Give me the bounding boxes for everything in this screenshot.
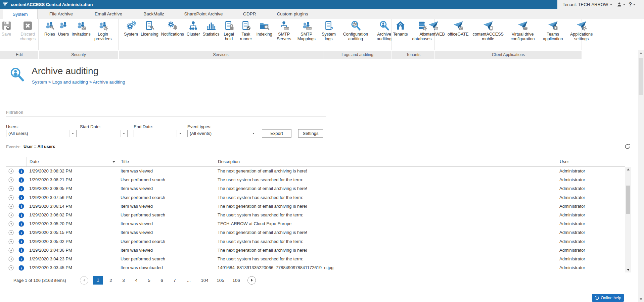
column-header-description[interactable]: Description <box>215 157 557 166</box>
column-header-date[interactable]: Date <box>27 157 118 166</box>
page-104[interactable]: 104 <box>197 278 213 283</box>
ribbon-item-roles[interactable]: Roles <box>43 20 56 37</box>
tab-custom-plugins[interactable]: Custom plugins <box>267 9 318 19</box>
info-icon[interactable]: i <box>16 237 27 246</box>
ribbon-item-notifications[interactable]: Notifications <box>160 20 185 37</box>
expand-row-icon[interactable] <box>6 211 16 219</box>
tab-gdpr[interactable]: GDPR <box>232 9 267 19</box>
settings-button[interactable]: Settings <box>298 129 323 138</box>
ribbon-item-virtual-drive-configuration[interactable]: Virtual drive configuration <box>507 20 539 41</box>
info-icon[interactable]: i <box>16 263 27 272</box>
page-4[interactable]: 4 <box>130 278 143 283</box>
events-divider <box>6 152 631 152</box>
previous-page-button[interactable] <box>80 276 88 285</box>
info-icon[interactable]: i <box>16 202 27 211</box>
page-scrollbar-thumb[interactable] <box>639 58 643 95</box>
page-scrollbar[interactable] <box>638 50 644 302</box>
page-1[interactable]: 1 <box>93 276 103 285</box>
end-date-dropdown[interactable] <box>134 130 184 137</box>
scroll-down-icon[interactable] <box>640 298 642 300</box>
info-icon[interactable]: i <box>16 211 27 219</box>
tab-email-archive[interactable]: Email Archive <box>85 9 132 19</box>
expand-row-icon[interactable] <box>6 175 16 184</box>
ribbon-item-discard-changes[interactable]: Discard changes <box>17 20 39 41</box>
help-menu[interactable]: ? <box>629 2 635 8</box>
expand-row-icon[interactable] <box>6 219 16 228</box>
expand-row-icon[interactable] <box>6 263 16 272</box>
ribbon-item-save[interactable]: Save <box>0 20 13 37</box>
table-row: i1/29/2020 3:03:45 PMItem was downloaded… <box>6 263 625 272</box>
info-icon[interactable]: i <box>16 193 27 202</box>
ribbon-item-label: Users <box>58 32 69 37</box>
ribbon-item-officegate[interactable]: officeGATE <box>447 20 470 37</box>
ribbon-item-login-providers[interactable]: Login providers <box>92 20 114 41</box>
info-icon[interactable]: i <box>16 228 27 237</box>
page-106[interactable]: 106 <box>228 278 244 283</box>
page-3[interactable]: 3 <box>117 278 130 283</box>
info-icon[interactable]: i <box>16 175 27 184</box>
page-2[interactable]: 2 <box>104 278 117 283</box>
ribbon-item-cluster[interactable]: Cluster <box>186 20 201 37</box>
ribbon-item-legal-hold[interactable]: Legal hold <box>221 20 236 41</box>
ribbon-item-statistics[interactable]: Statistics <box>201 20 220 37</box>
info-icon[interactable]: i <box>16 167 27 175</box>
page-7[interactable]: 7 <box>168 278 181 283</box>
tab-sharepoint-archive[interactable]: SharePoint Archive <box>175 9 232 19</box>
next-page-button[interactable] <box>247 276 256 285</box>
tab-file-archive[interactable]: File Archive <box>38 9 85 19</box>
ribbon-item-contentweb[interactable]: contentWEB <box>420 20 446 37</box>
expand-row-icon[interactable] <box>6 167 16 175</box>
tenant-selector[interactable]: Tenant: TECH-ARROW <box>563 2 612 7</box>
users-dropdown[interactable]: (All users) <box>6 130 77 137</box>
ribbon-item-licensing[interactable]: Licensing <box>140 20 159 37</box>
start-date-dropdown[interactable] <box>80 130 128 137</box>
tab-system[interactable]: System <box>3 9 38 19</box>
user-account-menu[interactable] <box>617 2 625 7</box>
info-icon[interactable]: i <box>16 246 27 255</box>
expand-row-icon[interactable] <box>6 193 16 202</box>
info-icon[interactable]: i <box>16 219 27 228</box>
ribbon-item-smtp-mappings[interactable]: SMTPSMTP Mappings <box>295 20 318 41</box>
expand-row-icon[interactable] <box>6 202 16 211</box>
ribbon-item-label: Login providers <box>93 32 113 41</box>
column-header-title[interactable]: Title <box>118 157 215 166</box>
scroll-up-icon[interactable] <box>640 52 642 54</box>
ribbon-item-invitations[interactable]: Invitations <box>71 20 91 37</box>
tab-backmailz[interactable]: BackMailz <box>132 9 175 19</box>
ribbon-item-configuration-auditing[interactable]: Configuration auditing <box>338 20 373 41</box>
page-5[interactable]: 5 <box>143 278 155 283</box>
info-icon[interactable]: i <box>16 255 27 263</box>
expand-row-icon[interactable] <box>6 237 16 246</box>
cell-date: 1/29/2020 3:06:02 PM <box>27 211 118 219</box>
ribbon-item-applications-settings[interactable]: Applications settings <box>567 20 596 41</box>
online-help-button[interactable]: Online help <box>592 294 624 302</box>
ribbon-item-users[interactable]: Users <box>57 20 70 37</box>
event-types-dropdown[interactable]: (All events) <box>187 130 257 137</box>
table-row: i1/29/2020 3:06:02 PMUser performed sear… <box>6 211 625 219</box>
table-scrollbar-thumb[interactable] <box>626 186 630 214</box>
ribbon-item-system-logs[interactable]: ?System logs <box>320 20 338 41</box>
expand-row-icon[interactable] <box>6 184 16 193</box>
ribbon-item-indexing[interactable]: Indexing <box>255 20 273 37</box>
expand-row-icon[interactable] <box>6 228 16 237</box>
ribbon-item-system[interactable]: System <box>123 20 139 37</box>
column-header-user[interactable]: User <box>557 157 625 166</box>
export-button[interactable]: Export <box>262 129 291 138</box>
cell-description: TECH-ARROW at Cloud Expo Europe <box>215 219 557 228</box>
ribbon-item-tenants[interactable]: Tenants <box>392 20 409 37</box>
page-6[interactable]: 6 <box>155 278 168 283</box>
ribbon-item-task-runner[interactable]: Task runner <box>237 20 255 41</box>
refresh-icon[interactable] <box>625 144 631 150</box>
scroll-up-icon[interactable] <box>627 168 630 170</box>
ribbon-item-teams-application[interactable]: TTeams application <box>540 20 566 41</box>
cell-date: 1/29/2020 3:04:36 PM <box>27 246 118 255</box>
page-105[interactable]: 105 <box>213 278 228 283</box>
expand-row-icon[interactable] <box>6 255 16 263</box>
info-icon[interactable]: i <box>16 184 27 193</box>
expand-row-icon[interactable] <box>6 246 16 255</box>
ribbon-item-contentaccess-mobile[interactable]: contentACCESS mobile <box>470 20 506 41</box>
breadcrumb[interactable]: System > Logs and auditing > Archive aud… <box>32 80 125 85</box>
scroll-down-icon[interactable] <box>627 269 630 271</box>
table-scrollbar[interactable] <box>625 167 631 272</box>
ribbon-item-smtp-servers[interactable]: SMTPSMTP Servers <box>274 20 294 41</box>
